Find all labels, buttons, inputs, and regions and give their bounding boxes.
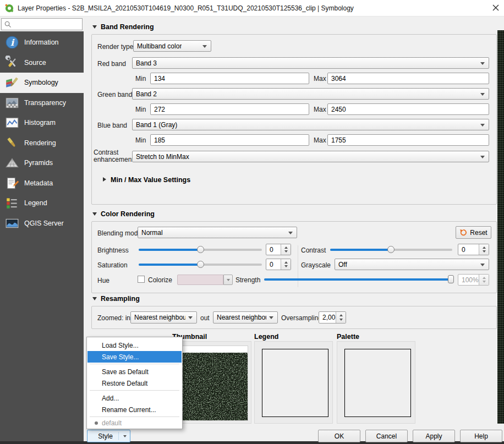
red-band-label: Red band: [97, 60, 126, 68]
brightness-spinbox[interactable]: 0: [266, 244, 291, 255]
collapse-open-icon[interactable]: [92, 25, 97, 29]
dropdown-value: Nearest neighbour: [134, 314, 185, 321]
slider-handle[interactable]: [197, 246, 204, 253]
help-button[interactable]: Help: [460, 430, 502, 442]
menu-item-load-style[interactable]: Load Style...: [87, 339, 182, 351]
collapse-open-icon[interactable]: [92, 297, 97, 300]
saturation-spinbox[interactable]: 0: [266, 259, 291, 270]
sidebar-item-label: Source: [24, 59, 46, 67]
zoomed-out-dropdown[interactable]: Nearest neighbour: [213, 311, 278, 324]
sidebar-search[interactable]: [1, 18, 83, 30]
sidebar-item-information[interactable]: i Information: [0, 32, 84, 53]
colorize-color-dropdown[interactable]: [223, 275, 233, 285]
slider-fill: [139, 249, 200, 251]
blending-mode-dropdown[interactable]: Normal: [138, 227, 297, 238]
red-min-input[interactable]: 134: [150, 73, 309, 84]
style-button[interactable]: Style: [87, 430, 130, 442]
zoomed-out-label: out: [200, 314, 210, 322]
collapse-closed-icon[interactable]: [103, 177, 106, 182]
sidebar-item-symbology[interactable]: Symbology: [0, 73, 84, 93]
grayscale-dropdown[interactable]: Off: [335, 259, 489, 270]
menu-item-save-as-default[interactable]: Save as Default: [87, 366, 182, 377]
sidebar-item-label: QGIS Server: [24, 220, 64, 227]
brightness-label: Brightness: [97, 246, 129, 254]
sidebar-item-transparency[interactable]: Transparency: [0, 93, 84, 113]
menu-item-restore-default[interactable]: Restore Default: [87, 377, 182, 389]
oversampling-spinbox[interactable]: 2,00: [319, 311, 346, 324]
blue-min-input[interactable]: 185: [150, 134, 309, 146]
slider-handle[interactable]: [387, 246, 395, 253]
green-band-label: Green band: [97, 91, 132, 98]
sidebar-item-pyramids[interactable]: Pyramids: [0, 153, 84, 173]
band-rendering-title[interactable]: Band Rendering: [101, 23, 154, 31]
histogram-icon: [5, 116, 19, 130]
slider-fill: [264, 278, 454, 281]
contrast-enhancement-dropdown[interactable]: Stretch to MinMax: [132, 151, 489, 162]
contrast-spinbox[interactable]: 0: [458, 244, 489, 255]
blue-band-dropdown[interactable]: Band 1 (Gray): [132, 119, 489, 130]
minmax-settings-title[interactable]: Min / Max Value Settings: [111, 176, 190, 184]
menu-item-add[interactable]: Add...: [87, 392, 182, 404]
spinner-buttons[interactable]: [281, 259, 291, 270]
green-min-input[interactable]: 272: [150, 103, 309, 115]
brightness-slider[interactable]: [139, 245, 262, 254]
search-input[interactable]: [14, 20, 78, 29]
render-type-dropdown[interactable]: Multiband color: [133, 40, 211, 52]
spinner-buttons[interactable]: [479, 244, 489, 255]
red-max-input[interactable]: 3064: [327, 73, 489, 84]
dropdown-value: Nearest neighbour: [217, 314, 266, 321]
render-type-label: Render type: [97, 43, 133, 51]
sidebar-item-source[interactable]: Source: [0, 53, 84, 73]
sidebar-item-qgis-server[interactable]: QGIS Server: [0, 213, 84, 234]
menu-item-save-style[interactable]: Save Style...: [87, 351, 182, 363]
spin-down-icon: [483, 250, 486, 253]
slider-handle[interactable]: [197, 261, 204, 268]
spinner-buttons[interactable]: [479, 275, 489, 285]
sidebar-item-label: Legend: [24, 199, 47, 207]
spinner-buttons[interactable]: [281, 244, 291, 255]
spin-up-icon: [284, 246, 288, 249]
strength-slider[interactable]: [264, 275, 454, 284]
spin-up-icon: [284, 261, 288, 264]
close-button[interactable]: [487, 0, 504, 17]
cancel-button[interactable]: Cancel: [365, 430, 408, 442]
blue-max-input[interactable]: 1755: [327, 134, 489, 146]
reset-button[interactable]: Reset: [456, 226, 491, 239]
sidebar-item-rendering[interactable]: Rendering: [0, 133, 84, 154]
color-rendering-title[interactable]: Color Rendering: [101, 210, 155, 218]
colorize-checkbox[interactable]: [138, 276, 145, 283]
spinner-buttons[interactable]: [336, 312, 346, 323]
dropdown-arrow-icon: [123, 435, 127, 437]
resampling-title[interactable]: Resampling: [101, 295, 140, 303]
menu-item-label: default: [102, 419, 122, 427]
menu-item-rename-current[interactable]: Rename Current...: [87, 404, 182, 415]
spin-up-icon: [483, 277, 486, 279]
spin-value: 2,00: [322, 314, 335, 321]
symbology-icon: [5, 75, 19, 90]
colorize-color-swatch[interactable]: [177, 275, 223, 285]
contrast-slider[interactable]: [330, 245, 452, 254]
sidebar-item-legend[interactable]: Legend: [0, 193, 84, 213]
green-band-dropdown[interactable]: Band 2: [132, 88, 489, 100]
dropdown-value: Band 2: [136, 90, 157, 98]
palette-title: Palette: [337, 333, 359, 341]
dropdown-arrow-icon: [480, 62, 485, 65]
red-band-dropdown[interactable]: Band 3: [132, 57, 489, 69]
green-max-input[interactable]: 2450: [327, 103, 489, 115]
rendering-icon: [5, 136, 19, 150]
menu-item-label: Restore Default: [102, 380, 147, 387]
dropdown-arrow-icon: [269, 316, 273, 319]
collapse-open-icon[interactable]: [92, 212, 97, 216]
strength-spinbox[interactable]: 100%: [458, 274, 489, 286]
green-min-label: Min: [135, 106, 146, 113]
sidebar-item-histogram[interactable]: Histogram: [0, 113, 84, 133]
slider-handle[interactable]: [448, 275, 454, 283]
ok-button[interactable]: OK: [318, 430, 360, 442]
apply-button[interactable]: Apply: [413, 430, 455, 442]
dropdown-arrow-icon: [188, 316, 193, 319]
saturation-slider[interactable]: [139, 260, 262, 269]
menu-item-label: Add...: [102, 394, 119, 402]
menu-item-default-style[interactable]: default: [87, 418, 182, 428]
zoomed-in-dropdown[interactable]: Nearest neighbour: [130, 311, 197, 324]
sidebar-item-metadata[interactable]: Metadata: [0, 173, 84, 194]
